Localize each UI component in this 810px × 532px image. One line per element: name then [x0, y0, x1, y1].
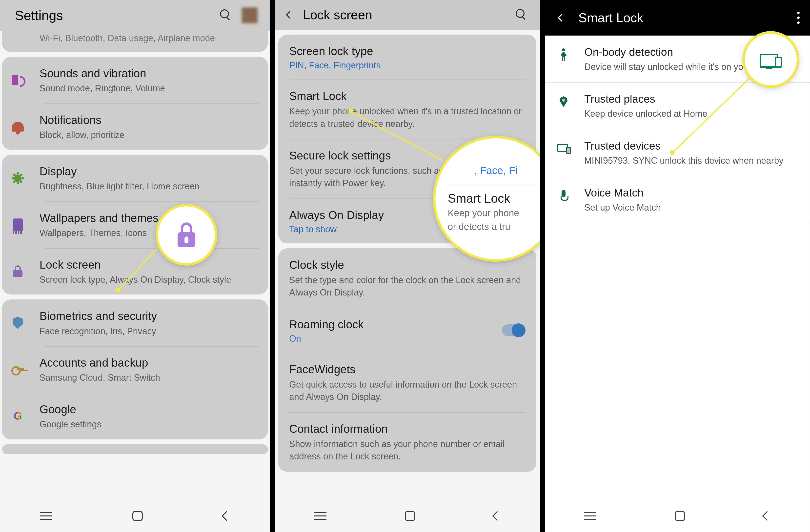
lock-icon — [11, 264, 25, 278]
item-sub: Device will stay unlocked while it's on … — [584, 61, 750, 73]
settings-item-title: Notifications — [39, 112, 259, 128]
smartlock-item-trusted-devices[interactable]: Trusted devices MINI95793, SYNC unlock t… — [545, 129, 810, 176]
walk-icon — [557, 48, 570, 62]
nav-home[interactable] — [132, 511, 143, 521]
nav-recents[interactable] — [314, 512, 326, 520]
item-sub: Keep device unlocked at Home — [584, 107, 707, 120]
settings-header: Settings — [0, 0, 270, 31]
speaker-icon — [11, 73, 25, 87]
settings-item-wallpapers[interactable]: Wallpapers and themes Wallpapers, Themes… — [2, 201, 268, 248]
settings-item-google[interactable]: G Google Google settings — [2, 393, 268, 439]
item-title: On-body detection — [584, 45, 750, 60]
item-sub: Set up Voice Match — [584, 201, 661, 214]
search-icon[interactable] — [220, 10, 232, 21]
nav-back[interactable] — [764, 513, 771, 519]
settings-item-sub: Block, allow, prioritize — [39, 129, 259, 141]
sun-icon — [11, 171, 25, 185]
item-title: Roaming clock — [289, 317, 502, 332]
avatar[interactable] — [242, 7, 258, 23]
page-title: Lock screen — [303, 7, 516, 22]
lockscreen-item-roaming-clock[interactable]: Roaming clock On — [278, 308, 536, 353]
item-title: Clock style — [289, 257, 525, 272]
item-title: Smart Lock — [289, 88, 525, 104]
nav-recents[interactable] — [40, 512, 52, 520]
item-sub: Get quick access to useful information o… — [289, 379, 525, 403]
callout-sub: or detects a tru — [445, 221, 540, 233]
item-sub: Keep your phone unlocked when it's in a … — [289, 105, 525, 130]
settings-item-sub: Google settings — [39, 418, 259, 431]
back-button[interactable] — [284, 9, 296, 21]
google-icon: G — [11, 409, 25, 423]
callout-sub: Keep your phone — [445, 207, 540, 219]
nav-bar — [545, 500, 810, 532]
item-title: Screen lock type — [289, 44, 525, 59]
item-sub: Set the type and color for the clock on … — [289, 274, 525, 299]
annotation-callout-lock-icon — [158, 206, 215, 263]
lock-screen-screen: Lock screen Screen lock type PIN, Face, … — [270, 0, 540, 532]
back-button[interactable] — [555, 11, 568, 25]
lock-icon — [178, 222, 195, 247]
callout-partial-text: , Face, Fi — [445, 165, 540, 177]
item-title: Voice Match — [584, 185, 661, 200]
search-icon[interactable] — [516, 9, 528, 21]
roaming-clock-toggle[interactable] — [502, 325, 525, 336]
settings-item-title: Display — [39, 164, 259, 179]
item-title: Contact information — [289, 421, 525, 436]
nav-back[interactable] — [223, 513, 230, 519]
lockscreen-item-smart-lock[interactable]: Smart Lock Keep your phone unlocked when… — [278, 80, 536, 139]
settings-item-sub: Brightness, Blue light filter, Home scre… — [39, 181, 259, 193]
settings-item-title: Sounds and vibration — [39, 66, 259, 81]
smart-lock-screen: Smart Lock On-body detection Device will… — [540, 0, 810, 532]
bell-icon — [11, 120, 25, 134]
settings-item-sub: Wi-Fi, Bluetooth, Data usage, Airplane m… — [39, 32, 259, 45]
item-sub: Show information such as your phone numb… — [289, 438, 525, 463]
nav-bar — [275, 500, 540, 532]
item-sub: MINI95793, SYNC unlock this device when … — [584, 154, 783, 167]
page-title: Smart Lock — [578, 10, 797, 25]
annotation-callout-trusted-devices — [745, 34, 797, 85]
nav-bar — [0, 500, 270, 532]
settings-item-connections-partial[interactable]: Wi-Fi, Bluetooth, Data usage, Airplane m… — [2, 31, 268, 52]
page-title: Settings — [15, 7, 220, 23]
settings-item-title: Accounts and backup — [39, 355, 259, 370]
settings-item-sub: Wallpapers, Themes, Icons — [39, 227, 259, 239]
devices-icon — [760, 51, 782, 68]
settings-item-title: Wallpapers and themes — [39, 210, 259, 226]
item-sub: PIN, Face, Fingerprints — [289, 60, 525, 71]
settings-item-notifications[interactable]: Notifications Block, allow, prioritize — [2, 103, 268, 150]
devices-icon — [557, 142, 570, 155]
settings-item-sub: Sound mode, Ringtone, Volume — [39, 82, 259, 95]
item-sub: On — [289, 333, 502, 344]
mic-icon — [557, 188, 570, 202]
settings-item-accounts[interactable]: Accounts and backup Samsung Cloud, Smart… — [2, 346, 268, 393]
item-title: FaceWidgets — [289, 362, 525, 377]
settings-item-title: Biometrics and security — [39, 308, 259, 323]
nav-home[interactable] — [405, 511, 415, 521]
lockscreen-item-screen-lock-type[interactable]: Screen lock type PIN, Face, Fingerprints — [278, 35, 536, 80]
item-title: Trusted places — [584, 92, 707, 107]
nav-back[interactable] — [493, 513, 501, 519]
lock-screen-header: Lock screen — [275, 0, 540, 30]
smartlock-item-trusted-places[interactable]: Trusted places Keep device unlocked at H… — [545, 82, 810, 129]
lockscreen-item-contact-info[interactable]: Contact information Show information suc… — [278, 412, 536, 472]
brush-icon — [11, 218, 25, 232]
settings-item-sounds[interactable]: Sounds and vibration Sound mode, Rington… — [2, 57, 268, 103]
more-icon[interactable] — [797, 12, 800, 24]
smart-lock-header: Smart Lock — [545, 0, 810, 36]
callout-title: Smart Lock — [445, 191, 540, 206]
settings-screen: Settings Wi-Fi, Bluetooth, Data usage, A… — [0, 0, 270, 532]
nav-home[interactable] — [675, 511, 685, 521]
settings-item-title: Lock screen — [39, 257, 259, 272]
settings-item-title: Google — [39, 402, 259, 417]
settings-item-sub: Screen lock type, Always On Display, Clo… — [39, 274, 259, 286]
settings-item-display[interactable]: Display Brightness, Blue light filter, H… — [2, 155, 268, 201]
settings-item-sub: Samsung Cloud, Smart Switch — [39, 372, 259, 384]
smartlock-item-voice-match[interactable]: Voice Match Set up Voice Match — [545, 176, 810, 223]
lockscreen-item-facewidgets[interactable]: FaceWidgets Get quick access to useful i… — [278, 353, 536, 412]
settings-item-biometrics[interactable]: Biometrics and security Face recognition… — [2, 299, 268, 346]
shield-icon — [11, 316, 25, 330]
nav-recents[interactable] — [584, 512, 596, 520]
settings-item-sub: Face recognition, Iris, Privacy — [39, 326, 259, 337]
key-icon — [11, 362, 25, 376]
pin-icon — [557, 95, 570, 109]
